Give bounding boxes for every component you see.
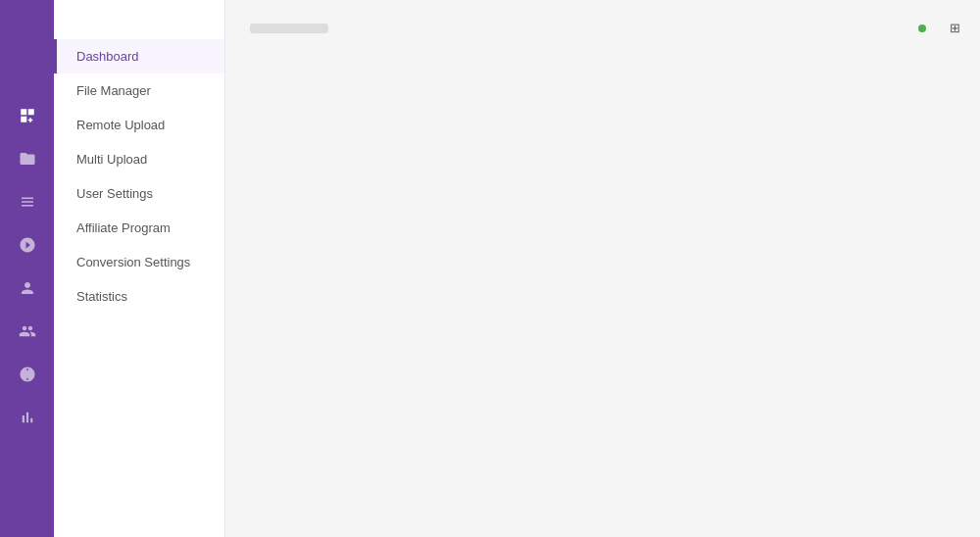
username-placeholder (250, 24, 328, 33)
sidebar-icon-remote-upload[interactable] (0, 180, 54, 223)
status-dot (918, 24, 926, 32)
header: ⊞ (245, 20, 960, 35)
sidebar-icons (0, 0, 54, 537)
sidebar-nav: Dashboard File Manager Remote Upload Mul… (54, 0, 225, 537)
nav-item-remote-upload[interactable]: Remote Upload (54, 108, 224, 142)
brand-title (54, 10, 224, 39)
main-content: ⊞ (225, 0, 980, 537)
sidebar-icon-file-manager[interactable] (0, 137, 54, 180)
status-area: ⊞ (918, 21, 960, 35)
sidebar-icon-affiliate[interactable] (0, 310, 54, 353)
nav-item-file-manager[interactable]: File Manager (54, 73, 224, 108)
back-button[interactable] (0, 0, 54, 47)
welcome-message (245, 20, 333, 35)
sidebar-icon-statistics[interactable] (0, 396, 54, 439)
logout-icon: ⊞ (950, 21, 960, 35)
nav-item-statistics[interactable]: Statistics (54, 279, 224, 314)
sidebar-icon-multi-upload[interactable] (0, 223, 54, 267)
logo (0, 47, 54, 94)
nav-item-multi-upload[interactable]: Multi Upload (54, 142, 224, 176)
logout-button[interactable]: ⊞ (946, 21, 960, 35)
nav-item-affiliate[interactable]: Affiliate Program (54, 211, 224, 245)
nav-item-conversion[interactable]: Conversion Settings (54, 245, 224, 279)
nav-item-user-settings[interactable]: User Settings (54, 176, 224, 211)
sidebar-icon-user-settings[interactable] (0, 267, 54, 310)
sidebar-icon-dashboard[interactable] (0, 94, 54, 137)
nav-item-dashboard[interactable]: Dashboard (54, 39, 224, 73)
sidebar-icon-conversion[interactable] (0, 353, 54, 396)
current-status (918, 21, 930, 35)
